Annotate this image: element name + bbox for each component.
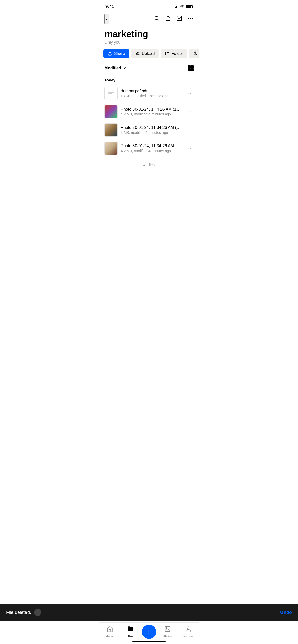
- status-icons: [174, 5, 193, 8]
- file-more-button[interactable]: ···: [184, 144, 194, 152]
- battery-icon: [186, 5, 193, 8]
- upload-action-button[interactable]: Upload: [131, 49, 159, 58]
- action-buttons: Share Upload Folder Offlin...: [99, 49, 199, 63]
- share-label: Share: [114, 51, 125, 56]
- header-nav: ‹: [99, 12, 199, 27]
- grid-toggle-button[interactable]: [188, 65, 194, 71]
- file-name: Photo 30-01-24, 11 34 26 AM.png: [121, 144, 181, 148]
- page-subtitle: Only you: [104, 40, 194, 45]
- file-info: Photo 30-01-24, 11 34 26 AM (1).png 4 MB…: [121, 125, 181, 135]
- svg-rect-12: [108, 92, 114, 93]
- file-name: Photo 30-01-24, 11 34 26 AM (1).png: [121, 125, 181, 130]
- svg-rect-14: [108, 95, 113, 95]
- svg-point-5: [190, 18, 191, 19]
- file-list: Today dummy.pdf.pdf 13 KB, modified 1 se…: [99, 74, 199, 157]
- header-actions: [154, 15, 194, 23]
- sort-bar: Modified ∨: [99, 63, 199, 74]
- sort-label-text: Modified: [104, 66, 121, 70]
- file-info: Photo 30-01-24, 11 34 26 AM.png 4.2 MB, …: [121, 144, 181, 153]
- file-meta: 4 MB, modified 4 minutes ago: [121, 130, 181, 135]
- list-item[interactable]: dummy.pdf.pdf 13 KB, modified 1 second a…: [99, 84, 199, 103]
- file-thumbnail: [104, 87, 118, 100]
- sort-chevron-icon: ∨: [123, 66, 126, 70]
- file-more-button[interactable]: ···: [184, 108, 194, 115]
- offline-button[interactable]: Offlin...: [189, 49, 199, 58]
- folder-button[interactable]: Folder: [161, 49, 187, 58]
- file-meta: 4.2 MB, modified 4 minutes ago: [121, 149, 181, 153]
- list-item[interactable]: Photo 30-01-24, 11 34 26 AM (1).png 4 MB…: [99, 121, 199, 139]
- more-button[interactable]: [187, 15, 194, 23]
- upload-action-label: Upload: [142, 51, 155, 56]
- list-item[interactable]: Photo 30-01-24, 1...4 26 AM (1) (1).png …: [99, 103, 199, 121]
- svg-rect-13: [108, 93, 112, 94]
- file-more-button[interactable]: ···: [184, 126, 194, 134]
- sort-button[interactable]: Modified ∨: [104, 66, 126, 70]
- file-more-button[interactable]: ···: [184, 89, 194, 97]
- share-button[interactable]: Share: [103, 49, 129, 58]
- svg-point-0: [182, 7, 183, 8]
- section-today: Today: [99, 74, 199, 84]
- upload-button[interactable]: [165, 15, 171, 23]
- search-button[interactable]: [154, 15, 160, 23]
- svg-point-6: [192, 18, 193, 19]
- select-button[interactable]: [176, 15, 182, 23]
- list-item[interactable]: Photo 30-01-24, 11 34 26 AM.png 4.2 MB, …: [99, 139, 199, 157]
- svg-line-2: [158, 19, 159, 21]
- file-thumbnail: [104, 123, 118, 137]
- page-title: marketing: [104, 29, 194, 39]
- file-meta: 13 KB, modified 1 second ago: [121, 94, 181, 98]
- file-meta: 4.2 MB, modified 4 minutes ago: [121, 112, 181, 116]
- signal-icon: [174, 5, 178, 8]
- page-title-section: marketing Only you: [99, 27, 199, 49]
- status-bar: 9:41: [99, 0, 199, 12]
- file-count: 4 Files: [99, 157, 199, 172]
- wifi-icon: [180, 5, 184, 8]
- file-info: dummy.pdf.pdf 13 KB, modified 1 second a…: [121, 89, 181, 98]
- folder-label: Folder: [171, 51, 183, 56]
- status-time: 9:41: [105, 4, 114, 9]
- svg-rect-11: [108, 91, 114, 91]
- back-button[interactable]: ‹: [104, 14, 109, 24]
- file-name: Photo 30-01-24, 1...4 26 AM (1) (1).png: [121, 107, 181, 112]
- file-name: dummy.pdf.pdf: [121, 89, 181, 93]
- svg-rect-7: [136, 52, 137, 53]
- svg-rect-3: [177, 16, 182, 21]
- file-info: Photo 30-01-24, 1...4 26 AM (1) (1).png …: [121, 107, 181, 116]
- file-thumbnail: [104, 142, 118, 155]
- file-thumbnail: [104, 105, 118, 118]
- grid-icon: [188, 65, 194, 71]
- svg-point-4: [188, 18, 189, 19]
